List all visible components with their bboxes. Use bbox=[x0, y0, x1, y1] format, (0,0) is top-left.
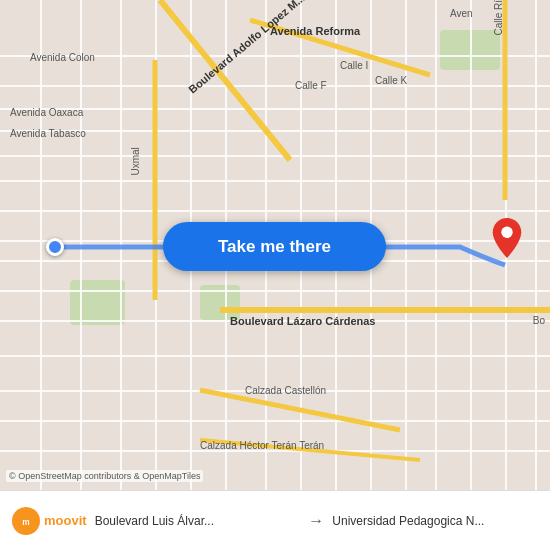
svg-point-0 bbox=[501, 227, 512, 238]
label-avenida-top-right: Aven bbox=[450, 8, 473, 19]
label-avenida-tabasco: Avenida Tabasco bbox=[10, 128, 86, 139]
label-bo-right: Bo bbox=[533, 315, 545, 326]
street-v15 bbox=[535, 0, 537, 490]
label-calzada-castellon: Calzada Castellón bbox=[245, 385, 326, 396]
label-boulevard-lazaro: Boulevard Lázaro Cárdenas bbox=[230, 315, 376, 327]
take-me-there-button[interactable]: Take me there bbox=[163, 222, 386, 271]
street-h5 bbox=[0, 155, 550, 157]
street-h7 bbox=[0, 210, 550, 212]
street-v2 bbox=[80, 0, 82, 490]
label-uxmal: Uxmal bbox=[130, 147, 141, 175]
label-avenida-colon: Avenida Colon bbox=[30, 52, 95, 63]
label-avenida-reforma: Avenida Reforma bbox=[270, 25, 360, 37]
moovit-icon: m bbox=[12, 507, 40, 535]
street-v12 bbox=[435, 0, 437, 490]
moovit-text: moovit bbox=[44, 513, 87, 528]
street-h14 bbox=[0, 420, 550, 422]
route-from: Boulevard Luis Álvar... bbox=[95, 514, 301, 528]
osm-credit: © OpenStreetMap contributors & OpenMapTi… bbox=[6, 470, 203, 482]
take-me-there-label: Take me there bbox=[218, 237, 331, 257]
park-left bbox=[70, 280, 125, 325]
label-calle-i: Calle I bbox=[340, 60, 368, 71]
label-calle-f: Calle F bbox=[295, 80, 327, 91]
street-v1 bbox=[40, 0, 42, 490]
label-calzada-hector: Calzada Héctor Terán Terán bbox=[200, 440, 324, 451]
route-to: Universidad Pedagogica N... bbox=[332, 514, 538, 528]
bottom-bar: m moovit Boulevard Luis Álvar... → Unive… bbox=[0, 490, 550, 550]
label-calle-rio: Calle Río Culiacán bbox=[493, 0, 504, 36]
street-h10 bbox=[0, 290, 550, 292]
street-h12 bbox=[0, 355, 550, 357]
svg-text:m: m bbox=[22, 517, 29, 527]
label-avenida-oaxaca: Avenida Oaxaca bbox=[10, 107, 83, 118]
street-v3 bbox=[120, 0, 122, 490]
label-calle-k: Calle K bbox=[375, 75, 407, 86]
route-arrow: → bbox=[308, 512, 324, 530]
from-text: Boulevard Luis Álvar... bbox=[95, 514, 301, 528]
destination-marker bbox=[492, 218, 522, 262]
street-v13 bbox=[470, 0, 472, 490]
to-text: Universidad Pedagogica N... bbox=[332, 514, 538, 528]
street-h2 bbox=[0, 85, 550, 87]
moovit-logo: m moovit bbox=[12, 507, 87, 535]
map-container: Avenida Colon Avenida Oaxaca Avenida Tab… bbox=[0, 0, 550, 490]
street-v11 bbox=[405, 0, 407, 490]
street-h6 bbox=[0, 180, 550, 182]
origin-marker bbox=[46, 238, 64, 256]
street-v4 bbox=[155, 0, 157, 490]
